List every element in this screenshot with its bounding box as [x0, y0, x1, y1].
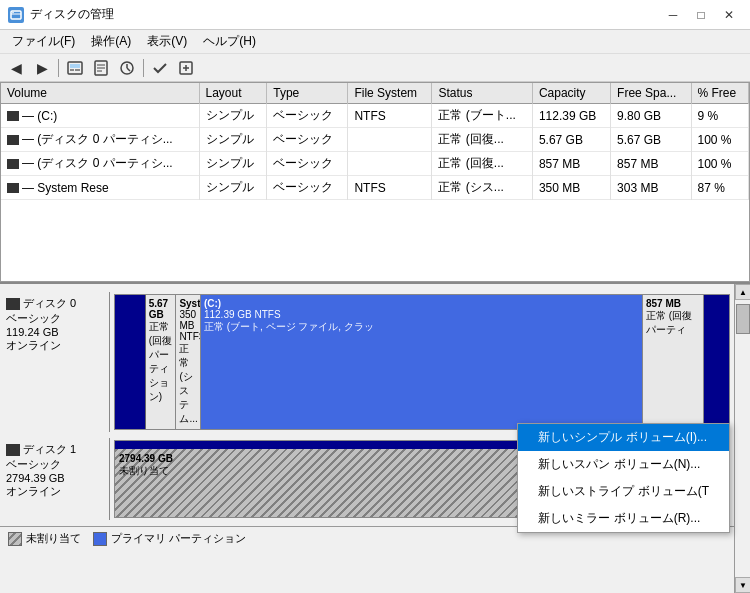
cell-type: ベーシック — [267, 152, 348, 176]
menu-file[interactable]: ファイル(F) — [4, 31, 83, 52]
disk-0-name: ディスク 0 — [23, 296, 76, 311]
col-type[interactable]: Type — [267, 83, 348, 104]
col-layout[interactable]: Layout — [199, 83, 267, 104]
cell-volume: — System Rese — [1, 176, 199, 200]
legend-primary-box — [93, 532, 107, 546]
col-status[interactable]: Status — [432, 83, 532, 104]
disk-area: ▲ ▼ ディスク 0 ベーシック 119.24 GB オンライン — [0, 282, 750, 593]
disk-0-row: ディスク 0 ベーシック 119.24 GB オンライン 5.67 GB 正常 … — [0, 292, 734, 432]
toolbar: ◀ ▶ — [0, 54, 750, 82]
part-label: 857 MB — [646, 298, 700, 309]
cell-status: 正常 (回復... — [432, 152, 532, 176]
disk-0-header: ディスク 0 — [6, 296, 103, 311]
disk-1-header: ディスク 1 — [6, 442, 103, 457]
menu-action[interactable]: 操作(A) — [83, 31, 139, 52]
menu-view[interactable]: 表示(V) — [139, 31, 195, 52]
volume-table-area: Volume Layout Type File System Status Ca… — [0, 82, 750, 282]
partition-0-end[interactable] — [704, 295, 729, 429]
legend-primary: プライマリ パーティション — [93, 531, 246, 546]
cell-capacity: 857 MB — [532, 152, 610, 176]
table-row[interactable]: — (ディスク 0 パーティシ... シンプル ベーシック 正常 (回復... … — [1, 152, 749, 176]
part-size: 350 MB NTFS — [179, 309, 197, 342]
scroll-down-arrow[interactable]: ▼ — [735, 577, 750, 593]
volume-table: Volume Layout Type File System Status Ca… — [1, 83, 749, 200]
toolbar-btn-2[interactable] — [89, 57, 113, 79]
cell-status: 正常 (回復... — [432, 128, 532, 152]
partition-0-primary[interactable]: (C:) 112.39 GB NTFS 正常 (ブート, ページ ファイル, ク… — [201, 295, 643, 429]
cell-type: ベーシック — [267, 176, 348, 200]
cell-layout: シンプル — [199, 104, 267, 128]
part-status: 正常 (ブート, ページ ファイル, クラッ — [204, 320, 639, 334]
part-label: System Rese — [179, 298, 197, 309]
partition-0-system[interactable]: System Rese 350 MB NTFS 正常 (システム... — [176, 295, 201, 429]
cell-free: 5.67 GB — [611, 128, 691, 152]
scroll-track — [735, 300, 750, 577]
col-filesystem[interactable]: File System — [348, 83, 432, 104]
cell-capacity: 350 MB — [532, 176, 610, 200]
cell-layout: シンプル — [199, 176, 267, 200]
part-status: 正常 (システム... — [179, 342, 197, 426]
disk-1-status: オンライン — [6, 484, 103, 499]
back-button[interactable]: ◀ — [4, 57, 28, 79]
cell-pct: 100 % — [691, 128, 749, 152]
part-status: 正常 (回復パーティ — [646, 309, 700, 337]
title-bar: ディスクの管理 ─ □ ✕ — [0, 0, 750, 30]
cell-free: 9.80 GB — [611, 104, 691, 128]
table-row[interactable]: — (C:) シンプル ベーシック NTFS 正常 (ブート... 112.39… — [1, 104, 749, 128]
context-menu-item-stripe[interactable]: 新しいストライプ ボリューム(T — [518, 478, 729, 505]
disk-0-partitions: 5.67 GB 正常 (回復パーティション) System Rese 350 M… — [114, 294, 730, 430]
cell-volume: — (ディスク 0 パーティシ... — [1, 152, 199, 176]
toolbar-btn-1[interactable] — [63, 57, 87, 79]
col-pctfree[interactable]: % Free — [691, 83, 749, 104]
cell-fs — [348, 152, 432, 176]
part-label: (C:) — [204, 298, 639, 309]
partition-0-recovery1[interactable]: 5.67 GB 正常 (回復パーティション) — [146, 295, 177, 429]
disk-1-icon — [6, 444, 20, 456]
scroll-thumb[interactable] — [736, 304, 750, 334]
scrollbar[interactable]: ▲ ▼ — [734, 284, 750, 593]
cell-pct: 100 % — [691, 152, 749, 176]
part-label: 5.67 GB — [149, 298, 173, 320]
context-menu-item-mirror[interactable]: 新しいミラー ボリューム(R)... — [518, 505, 729, 532]
col-capacity[interactable]: Capacity — [532, 83, 610, 104]
context-menu-item-span[interactable]: 新しいスパン ボリューム(N)... — [518, 451, 729, 478]
toolbar-btn-3[interactable] — [115, 57, 139, 79]
disk-0-type: ベーシック — [6, 311, 103, 326]
cell-pct: 9 % — [691, 104, 749, 128]
window-title: ディスクの管理 — [30, 6, 114, 23]
close-button[interactable]: ✕ — [716, 5, 742, 25]
forward-button[interactable]: ▶ — [30, 57, 54, 79]
disk-1-name: ディスク 1 — [23, 442, 76, 457]
part-status: 正常 (回復パーティション) — [149, 320, 173, 404]
cell-free: 857 MB — [611, 152, 691, 176]
table-row[interactable]: — (ディスク 0 パーティシ... シンプル ベーシック 正常 (回復... … — [1, 128, 749, 152]
partition-0-recovery2[interactable]: 857 MB 正常 (回復パーティ — [643, 295, 704, 429]
cell-status: 正常 (シス... — [432, 176, 532, 200]
minimize-button[interactable]: ─ — [660, 5, 686, 25]
cell-type: ベーシック — [267, 128, 348, 152]
disk-1-type: ベーシック — [6, 457, 103, 472]
col-freespace[interactable]: Free Spa... — [611, 83, 691, 104]
table-row[interactable]: — System Rese シンプル ベーシック NTFS 正常 (シス... … — [1, 176, 749, 200]
table-header-row: Volume Layout Type File System Status Ca… — [1, 83, 749, 104]
context-menu-item-simple[interactable]: 新しいシンプル ボリューム(I)... — [518, 424, 729, 451]
cell-fs: NTFS — [348, 176, 432, 200]
main-container: Volume Layout Type File System Status Ca… — [0, 82, 750, 593]
menu-bar: ファイル(F) 操作(A) 表示(V) ヘルプ(H) — [0, 30, 750, 54]
toolbar-btn-5[interactable] — [174, 57, 198, 79]
part-size: 112.39 GB NTFS — [204, 309, 639, 320]
svg-rect-4 — [70, 64, 80, 68]
menu-help[interactable]: ヘルプ(H) — [195, 31, 264, 52]
cell-layout: シンプル — [199, 152, 267, 176]
cell-capacity: 112.39 GB — [532, 104, 610, 128]
svg-rect-6 — [75, 69, 80, 71]
partition-0-stripe[interactable] — [115, 295, 146, 429]
app-icon — [8, 7, 24, 23]
disk-1-label: ディスク 1 ベーシック 2794.39 GB オンライン — [0, 438, 110, 520]
cell-capacity: 5.67 GB — [532, 128, 610, 152]
col-volume[interactable]: Volume — [1, 83, 199, 104]
maximize-button[interactable]: □ — [688, 5, 714, 25]
cell-status: 正常 (ブート... — [432, 104, 532, 128]
scroll-up-arrow[interactable]: ▲ — [735, 284, 750, 300]
toolbar-btn-4[interactable] — [148, 57, 172, 79]
